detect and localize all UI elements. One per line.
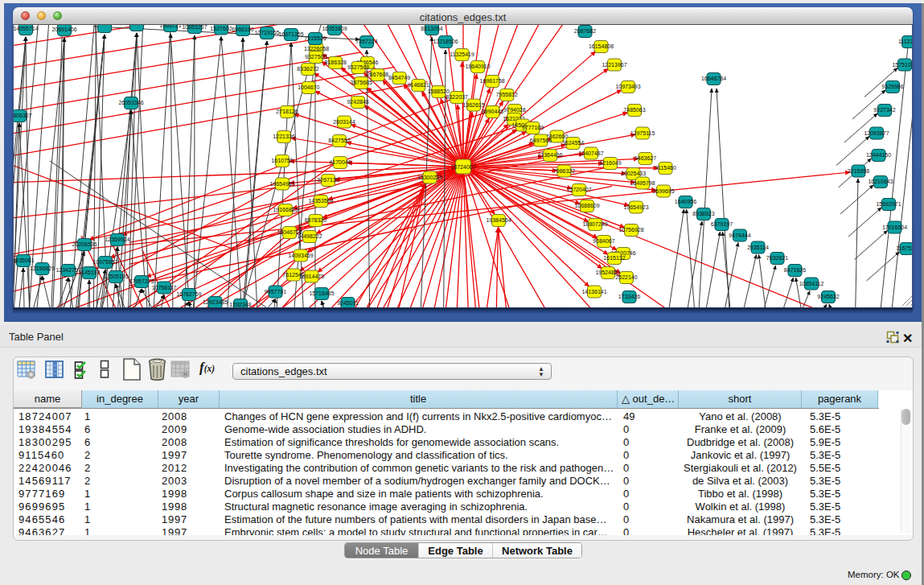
svg-text:8336272: 8336272 [297,66,318,72]
svg-text:15300235: 15300235 [417,175,442,180]
svg-text:9699695: 9699695 [652,188,674,194]
svg-text:1733426: 1733426 [618,294,640,299]
svg-text:12342757: 12342757 [55,267,80,273]
svg-text:16053809: 16053809 [322,26,347,31]
svg-text:7357224: 7357224 [355,39,377,44]
svg-text:12505195: 12505195 [103,274,128,279]
svg-text:10758117: 10758117 [152,285,177,290]
svg-text:1112254: 1112254 [898,39,913,44]
svg-text:10719155: 10719155 [254,30,279,35]
svg-text:9329966: 9329966 [881,84,903,89]
svg-text:7986322: 7986322 [553,168,575,174]
svg-text:20206536: 20206536 [72,241,97,247]
svg-text:4170046: 4170046 [329,159,351,165]
svg-text:3267130: 3267130 [317,177,339,183]
svg-text:8186328: 8186328 [325,60,347,65]
svg-text:8322037: 8322037 [446,94,468,100]
svg-text:9327505: 9327505 [305,54,326,60]
svg-text:14498222: 14498222 [297,233,322,239]
svg-text:16914479: 16914479 [299,274,324,279]
svg-text:2867608: 2867608 [367,72,388,77]
svg-text:7955812: 7955812 [496,92,518,97]
svg-text:10973493: 10973493 [615,84,640,89]
svg-text:8990448: 8990448 [482,109,503,114]
svg-text:15716485: 15716485 [309,290,334,296]
svg-text:11325419: 11325419 [450,51,474,57]
svg-text:17957275: 17957275 [129,278,154,284]
svg-text:6216049: 6216049 [599,160,621,166]
svg-text:8454749: 8454749 [388,75,410,80]
svg-text:2935114: 2935114 [747,245,769,250]
svg-text:9474444: 9474444 [729,233,750,238]
svg-text:14136141: 14136141 [581,289,606,295]
svg-text:14353594: 14353594 [308,198,333,204]
svg-text:13218506: 13218506 [433,39,458,44]
svg-text:3624554: 3624554 [562,140,584,146]
svg-text:16648784: 16648784 [701,76,726,81]
svg-text:1145193: 1145193 [79,270,101,275]
svg-text:18640910: 18640910 [466,64,491,69]
svg-text:1610755: 1610755 [271,158,293,163]
svg-text:1963721: 1963721 [159,25,181,28]
svg-text:7632621: 7632621 [766,255,788,261]
svg-text:19166825: 19166825 [273,207,298,212]
svg-text:8938923: 8938923 [692,211,714,216]
svg-text:7485063: 7485063 [623,107,645,113]
svg-text:10025433: 10025433 [621,171,646,176]
svg-text:21806307: 21806307 [14,113,32,118]
svg-text:6497568: 6497568 [530,138,552,143]
svg-text:6966160: 6966160 [232,27,253,32]
svg-text:18724007: 18724007 [450,164,475,170]
svg-text:12156829: 12156829 [30,266,55,271]
svg-text:16671355: 16671355 [278,31,303,37]
svg-text:16961758: 16961758 [480,78,505,84]
svg-text:3875685: 3875685 [351,80,372,85]
svg-text:9245632: 9245632 [817,294,839,299]
svg-text:12359924: 12359924 [105,237,129,242]
svg-text:12093877: 12093877 [864,130,889,136]
svg-text:9777169: 9777169 [522,125,544,130]
svg-text:19654923: 19654923 [623,204,648,210]
svg-text:8878320: 8878320 [305,217,326,223]
svg-text:10975857: 10975857 [92,259,117,265]
svg-text:6379197: 6379197 [711,221,733,227]
svg-text:8427552: 8427552 [328,138,350,143]
svg-text:14055714: 14055714 [14,26,39,31]
svg-text:16495798: 16495798 [630,180,655,186]
svg-text:15692971: 15692971 [876,201,901,207]
svg-text:16154808: 16154808 [589,43,614,49]
svg-text:10756928: 10756928 [618,227,643,233]
svg-text:9115460: 9115460 [655,165,676,171]
svg-text:1588520: 1588520 [428,89,450,94]
svg-text:1292348: 1292348 [229,302,251,307]
svg-text:9242848: 9242848 [347,99,368,105]
svg-text:1527602: 1527602 [210,26,232,31]
svg-text:1640956: 1640956 [675,199,696,204]
svg-text:19384554: 19384554 [486,217,511,223]
svg-text:9146821: 9146821 [408,82,429,88]
svg-text:8393061: 8393061 [14,258,18,264]
svg-text:9227342: 9227342 [873,107,895,113]
svg-text:9084067: 9084067 [593,238,614,244]
svg-text:17016504: 17016504 [882,225,907,230]
svg-text:21364436: 21364436 [537,152,562,158]
svg-text:1362615: 1362615 [462,102,484,108]
svg-text:12213967: 12213967 [602,62,626,68]
svg-text:8813054: 8813054 [421,26,442,31]
svg-text:26053346: 26053346 [118,100,143,105]
svg-text:10653267: 10653267 [182,25,207,30]
svg-text:8471626: 8471626 [784,267,806,273]
svg-text:9245011: 9245011 [337,300,359,306]
svg-text:9463627: 9463627 [634,155,656,161]
svg-text:9327508: 9327508 [347,64,369,70]
svg-text:12444150: 12444150 [866,152,891,158]
svg-text:1004670: 1004670 [298,84,319,90]
svg-text:18807249: 18807249 [582,221,607,227]
svg-text:10654112: 10654112 [799,281,824,286]
svg-text:9794028: 9794028 [503,107,525,113]
svg-text:16782759: 16782759 [176,291,201,297]
svg-text:1221336: 1221336 [273,134,294,139]
svg-text:7515526: 7515526 [304,35,326,41]
svg-text:10407487: 10407487 [578,150,603,156]
svg-text:2718126: 2718126 [276,109,298,114]
